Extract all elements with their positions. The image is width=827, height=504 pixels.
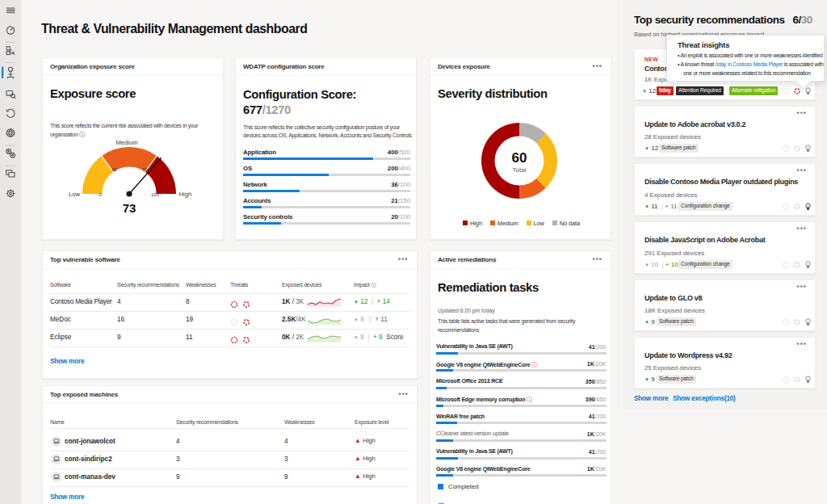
svg-text:- 0: - 0 [96,192,102,197]
svg-text:High: High [179,191,192,198]
svg-text:60: 60 [512,150,527,166]
svg-text:70: 70 [142,167,147,172]
svg-text:100 -: 100 - [151,192,162,197]
svg-text:Low: Low [69,191,80,198]
svg-text:Medium: Medium [115,139,137,146]
svg-text:Total: Total [513,166,527,174]
svg-text:73: 73 [123,201,136,215]
svg-text:30: 30 [111,167,116,172]
